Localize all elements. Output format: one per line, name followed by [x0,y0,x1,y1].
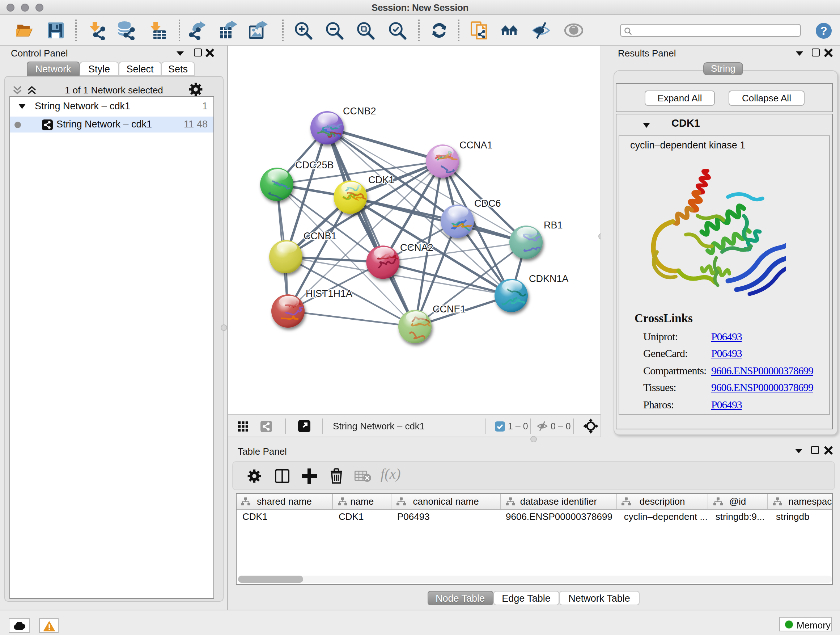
svg-text:CDK1: CDK1 [368,174,394,185]
svg-text:CCNA1: CCNA1 [459,140,493,150]
svg-text:HIST1H1A: HIST1H1A [306,288,352,299]
svg-text:CDC6: CDC6 [474,198,501,209]
svg-text:?: ? [820,24,827,37]
svg-text:CDC25B: CDC25B [295,160,334,171]
svg-text:CCNA2: CCNA2 [400,242,433,253]
svg-text:CDKN1A: CDKN1A [529,273,569,284]
svg-text:CCNB1: CCNB1 [303,231,337,241]
svg-text:CCNE1: CCNE1 [433,304,466,315]
svg-text:CCNB2: CCNB2 [343,106,376,117]
svg-text:RB1: RB1 [544,220,563,231]
